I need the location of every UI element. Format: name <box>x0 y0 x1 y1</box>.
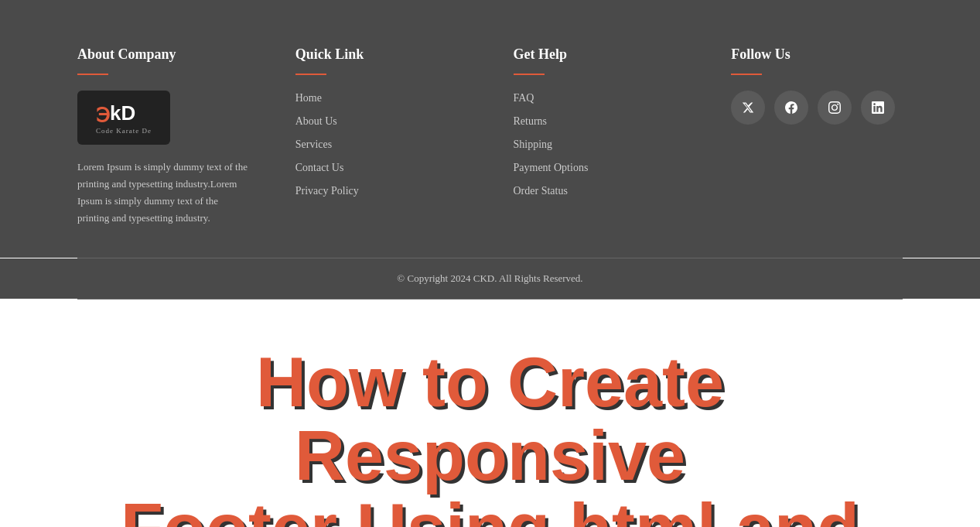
linkedin-social-button[interactable] <box>861 91 895 125</box>
facebook-icon <box>785 101 797 114</box>
quick-link-list: Home About Us Services Contact Us Privac… <box>295 91 467 197</box>
list-item: Returns <box>514 114 685 128</box>
heading-line1: How to Create Responsive <box>256 344 724 494</box>
list-item: Privacy Policy <box>295 183 467 197</box>
about-link[interactable]: About Us <box>295 115 337 127</box>
linkedin-icon <box>872 101 884 114</box>
main-heading: How to Create Responsive Footer Using ht… <box>62 346 918 527</box>
contact-link[interactable]: Contact Us <box>295 162 344 173</box>
privacy-link[interactable]: Privacy Policy <box>295 185 359 197</box>
social-icons-container <box>731 91 903 125</box>
logo-inner: ℈kD Code Karate De <box>96 101 152 135</box>
main-content-section: How to Create Responsive Footer Using ht… <box>0 299 980 527</box>
logo-text: ℈kD <box>96 101 135 125</box>
footer-about-col: About Company ℈kD Code Karate De Lorem I… <box>77 46 249 227</box>
payment-link[interactable]: Payment Options <box>514 162 589 173</box>
home-link[interactable]: Home <box>295 92 322 104</box>
list-item: Order Status <box>514 183 685 197</box>
heading-line2: Footer Using html and Css <box>121 490 859 527</box>
list-item: Shipping <box>514 137 685 151</box>
logo-c: ℈ <box>96 101 110 125</box>
follow-us-title: Follow Us <box>731 46 903 63</box>
twitter-icon <box>742 101 754 114</box>
get-help-title: Get Help <box>514 46 685 63</box>
list-item: About Us <box>295 114 467 128</box>
quick-link-underline <box>295 74 326 75</box>
quick-link-title: Quick Link <box>295 46 467 63</box>
get-help-list: FAQ Returns Shipping Payment Options Ord… <box>514 91 685 197</box>
logo-kd: kD <box>110 101 135 125</box>
instagram-icon <box>828 101 841 114</box>
footer-quicklink-col: Quick Link Home About Us Services Contac… <box>295 46 467 227</box>
about-company-title: About Company <box>77 46 249 63</box>
list-item: Contact Us <box>295 160 467 174</box>
shipping-link[interactable]: Shipping <box>514 139 553 150</box>
footer-copyright: © Copyright 2024 CKD. All Rights Reserve… <box>0 258 980 299</box>
logo-subtitle: Code Karate De <box>96 127 152 135</box>
faq-link[interactable]: FAQ <box>514 92 534 104</box>
about-text: Lorem Ipsum is simply dummy text of the … <box>77 159 249 227</box>
footer: About Company ℈kD Code Karate De Lorem I… <box>0 0 980 258</box>
about-title-underline <box>77 74 108 75</box>
list-item: Home <box>295 91 467 104</box>
twitter-social-button[interactable] <box>731 91 765 125</box>
footer-followus-col: Follow Us <box>731 46 903 227</box>
footer-gethelp-col: Get Help FAQ Returns Shipping Payment Op… <box>514 46 685 227</box>
footer-columns: About Company ℈kD Code Karate De Lorem I… <box>77 46 903 258</box>
instagram-social-button[interactable] <box>818 91 852 125</box>
returns-link[interactable]: Returns <box>514 115 548 127</box>
get-help-underline <box>514 74 545 75</box>
list-item: Services <box>295 137 467 151</box>
company-logo: ℈kD Code Karate De <box>77 91 170 145</box>
list-item: Payment Options <box>514 160 685 174</box>
list-item: FAQ <box>514 91 685 104</box>
services-link[interactable]: Services <box>295 139 332 150</box>
order-status-link[interactable]: Order Status <box>514 185 568 197</box>
follow-us-underline <box>731 74 762 75</box>
copyright-text: © Copyright 2024 CKD. All Rights Reserve… <box>397 272 582 284</box>
facebook-social-button[interactable] <box>774 91 808 125</box>
